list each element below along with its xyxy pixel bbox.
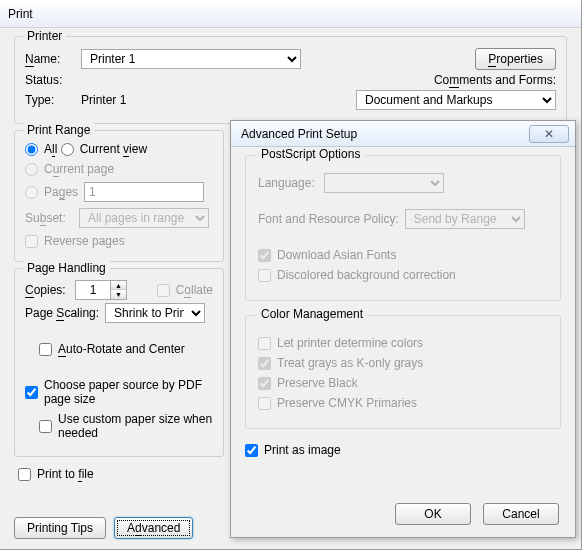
discolored-bg-label: Discolored background correction bbox=[277, 268, 456, 282]
print-to-file-checkbox[interactable] bbox=[18, 468, 31, 481]
postscript-group-title: PostScript Options bbox=[256, 147, 365, 161]
radio-currentpage-label: Current page bbox=[44, 162, 114, 176]
treat-grays-checkbox bbox=[258, 357, 271, 370]
postscript-options-group: PostScript Options Language: Font and Re… bbox=[245, 155, 561, 301]
page-scaling-label: Page Scaling: bbox=[25, 306, 99, 320]
radio-current-view[interactable] bbox=[61, 143, 74, 156]
custompaper-label: Use custom paper size when needed bbox=[58, 412, 213, 440]
autorotate-checkbox[interactable] bbox=[39, 343, 52, 356]
ok-button[interactable]: OK bbox=[395, 503, 471, 525]
let-printer-checkbox bbox=[258, 337, 271, 350]
comments-forms-select[interactable]: Document and Markups bbox=[356, 90, 556, 110]
radio-pages-label: Pages bbox=[44, 185, 78, 199]
spinner-down-icon[interactable]: ▼ bbox=[111, 290, 126, 299]
advanced-title: Advanced Print Setup bbox=[241, 127, 357, 141]
preserve-cmyk-label: Preserve CMYK Primaries bbox=[277, 396, 417, 410]
download-asian-label: Download Asian Fonts bbox=[277, 248, 396, 262]
discolored-bg-checkbox bbox=[258, 269, 271, 282]
papersource-label: Choose paper source by PDF page size bbox=[44, 378, 213, 406]
language-select bbox=[324, 173, 444, 193]
status-label: Status: bbox=[25, 73, 75, 87]
radio-current-page bbox=[25, 163, 38, 176]
printer-group: Printer Name: Printer 1 Properties Statu… bbox=[14, 36, 567, 124]
color-management-group: Color Management Let printer determine c… bbox=[245, 315, 561, 429]
print-title: Print bbox=[8, 7, 33, 21]
type-label: Type: bbox=[25, 93, 75, 107]
radio-currentview-label: Current view bbox=[80, 142, 147, 156]
subset-select: All pages in range bbox=[79, 208, 209, 228]
radio-all[interactable] bbox=[25, 143, 38, 156]
cancel-button[interactable]: Cancel bbox=[483, 503, 559, 525]
print-as-image-checkbox[interactable] bbox=[245, 444, 258, 457]
advanced-titlebar: Advanced Print Setup ✕ bbox=[231, 121, 575, 147]
preserve-black-label: Preserve Black bbox=[277, 376, 358, 390]
policy-select: Send by Range bbox=[405, 209, 525, 229]
radio-pages bbox=[25, 186, 38, 199]
print-to-file-label: Print to file bbox=[37, 467, 94, 481]
print-range-group: Print Range All Current view Current pag… bbox=[14, 130, 224, 262]
page-handling-group: Page Handling Copies: ▲▼ Collate Page Sc… bbox=[14, 268, 224, 457]
print-titlebar: Print bbox=[0, 0, 581, 28]
collate-label: Collate bbox=[176, 283, 213, 297]
reverse-pages-checkbox bbox=[25, 235, 38, 248]
pages-input bbox=[84, 182, 204, 202]
preserve-cmyk-checkbox bbox=[258, 397, 271, 410]
preserve-black-checkbox bbox=[258, 377, 271, 390]
let-printer-label: Let printer determine colors bbox=[277, 336, 423, 350]
name-label: Name: bbox=[25, 52, 75, 66]
properties-button[interactable]: Properties bbox=[475, 48, 556, 70]
printer-group-title: Printer bbox=[23, 29, 66, 43]
advanced-print-setup-dialog: Advanced Print Setup ✕ PostScript Option… bbox=[230, 120, 576, 538]
printer-name-select[interactable]: Printer 1 bbox=[81, 49, 301, 69]
policy-label: Font and Resource Policy: bbox=[258, 212, 399, 226]
page-handling-title: Page Handling bbox=[23, 261, 110, 275]
copies-label: Copies: bbox=[25, 283, 69, 297]
collate-checkbox bbox=[157, 284, 170, 297]
treat-grays-label: Treat grays as K-only grays bbox=[277, 356, 423, 370]
copies-spinner[interactable]: ▲▼ bbox=[75, 280, 127, 300]
subset-label: Subset: bbox=[25, 211, 73, 225]
download-asian-checkbox bbox=[258, 249, 271, 262]
language-label: Language: bbox=[258, 176, 318, 190]
print-range-title: Print Range bbox=[23, 123, 94, 137]
page-scaling-select[interactable]: Shrink to Printable Area bbox=[105, 303, 205, 323]
radio-all-label: All bbox=[44, 142, 57, 156]
autorotate-label: Auto-Rotate and Center bbox=[58, 342, 185, 356]
color-group-title: Color Management bbox=[256, 307, 368, 321]
close-button[interactable]: ✕ bbox=[529, 125, 569, 143]
spinner-up-icon[interactable]: ▲ bbox=[111, 281, 126, 290]
close-icon: ✕ bbox=[544, 127, 554, 141]
comments-label: Comments and Forms: bbox=[434, 73, 556, 87]
papersource-checkbox[interactable] bbox=[25, 386, 38, 399]
type-value: Printer 1 bbox=[81, 93, 126, 107]
custompaper-checkbox[interactable] bbox=[39, 420, 52, 433]
reverse-pages-label: Reverse pages bbox=[44, 234, 125, 248]
printing-tips-button[interactable]: Printing Tips bbox=[14, 517, 106, 539]
copies-input[interactable] bbox=[76, 281, 110, 299]
advanced-button[interactable]: Advanced bbox=[114, 517, 193, 539]
print-as-image-label: Print as image bbox=[264, 443, 341, 457]
